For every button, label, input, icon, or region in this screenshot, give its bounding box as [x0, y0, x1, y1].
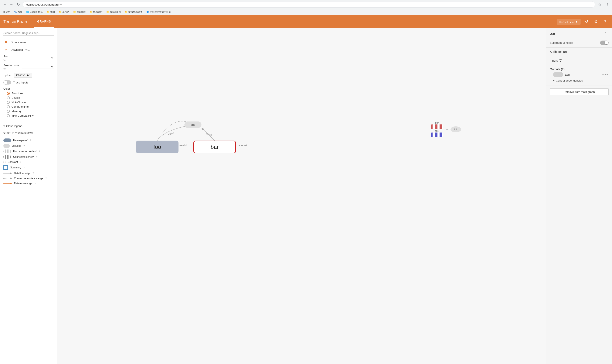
inputs-title[interactable]: Inputs (0) [550, 59, 609, 62]
xla-radio[interactable] [7, 101, 10, 104]
color-xla-option[interactable]: XLA Cluster [3, 100, 54, 104]
legend-constant: Constant ? [3, 160, 54, 164]
legend-summary: Summary ? [3, 164, 54, 171]
node-foo[interactable]: foo [136, 141, 178, 153]
opnode-help-icon[interactable]: ? [24, 145, 25, 147]
mini-bar-node[interactable]: bar foo [431, 121, 443, 137]
color-memory-option[interactable]: Memory [3, 109, 54, 113]
help-icon[interactable]: ? [602, 18, 609, 25]
graph-area[interactable]: scalar series add foo [57, 28, 546, 364]
outputs-title[interactable]: Outputs (2) [550, 67, 609, 71]
session-select[interactable] [22, 65, 54, 69]
node-bar[interactable]: bar [193, 141, 236, 153]
nav-buttons: ← → ↻ [2, 1, 21, 7]
color-tpu-option[interactable]: TPU Compatibility [3, 113, 54, 118]
control-deps-label: Control dependencies [556, 79, 583, 82]
search-input[interactable] [3, 31, 54, 36]
bookmark-baidu[interactable]: 🐾 百度 [13, 10, 24, 14]
remove-from-main-graph-button[interactable]: Remove from main graph [550, 88, 609, 95]
legend-toggle-label: Close legend. [6, 124, 23, 128]
output-add-row: add scalar [550, 71, 609, 78]
color-structure-option[interactable]: Structure [3, 91, 54, 96]
bookmark-translate[interactable]: 🌐 Google 翻译 [25, 10, 44, 14]
summary-shape [3, 165, 8, 170]
download-png-action[interactable]: Download PNG [0, 46, 57, 53]
address-bar[interactable] [23, 1, 595, 8]
summary-help-icon[interactable]: ? [23, 166, 25, 169]
node-add[interactable]: add [185, 121, 201, 128]
compute-radio[interactable] [7, 105, 10, 108]
unconnected-help-icon[interactable]: ? [39, 150, 40, 153]
choose-file-button[interactable]: Choose File [14, 73, 32, 78]
bookmark-github[interactable]: 📁 github项目 [105, 10, 122, 14]
reference-help-icon[interactable]: ? [34, 182, 36, 185]
color-device-option[interactable]: Device [3, 96, 54, 100]
fit-to-screen-label: Fit to screen [11, 40, 26, 44]
connected-shape [3, 155, 11, 159]
color-compute-option[interactable]: Compute time [3, 104, 54, 109]
header-actions: INACTIVE ▼ ↺ ⚙ ? [557, 18, 609, 25]
refresh-button[interactable]: ↺ [583, 18, 590, 25]
back-button[interactable]: ← [2, 1, 8, 7]
bookmark-sentiment[interactable]: 📁 情感分析 [88, 10, 104, 14]
output-add-ellipse [553, 72, 563, 77]
bookmark-html[interactable]: 📁 html教程 [72, 10, 87, 14]
attributes-section: Attributes (0) [546, 48, 612, 56]
reference-shape [3, 182, 12, 185]
forward-button[interactable]: → [9, 1, 14, 7]
memory-radio[interactable] [7, 110, 10, 113]
bookmark-button[interactable]: ☆ [597, 1, 603, 7]
menu-button[interactable]: ⋮ [604, 1, 610, 7]
xla-label: XLA Cluster [12, 101, 26, 104]
bookmark-weibo[interactable]: 📁 微博情感分类 [123, 10, 144, 14]
tpu-label: TPU Compatibility [12, 114, 34, 117]
panel-close-button[interactable]: ⌃ [603, 31, 609, 37]
bookmark-mine[interactable]: 📁 我的 [45, 10, 56, 14]
node-init-2: init [239, 144, 247, 147]
graph-svg: scalar series [57, 28, 546, 364]
svg-marker-10 [10, 183, 12, 184]
control-help-icon[interactable]: ? [45, 177, 47, 180]
output-add-label: add [565, 73, 570, 76]
settings-icon[interactable]: ⚙ [592, 18, 599, 25]
tab-graphs[interactable]: GRAPHS [34, 15, 54, 28]
init-dots-1 [180, 145, 184, 146]
legend-dataflow: Dataflow edge ? [3, 171, 54, 176]
attributes-title[interactable]: Attributes (0) [550, 50, 609, 53]
mini-bar-rect [431, 124, 443, 129]
reload-button[interactable]: ↻ [15, 1, 21, 7]
toggle-knob-panel [605, 41, 608, 44]
legend-toggle[interactable]: ▾ Close legend. [0, 123, 57, 129]
session-label: Session runs (0) [3, 64, 20, 70]
memory-label: Memory [12, 110, 21, 113]
trace-inputs-row: Trace inputs [0, 79, 57, 86]
control-deps-toggle[interactable]: ▾ Control dependencies [550, 78, 609, 83]
mini-bar-label: bar [435, 121, 439, 124]
connected-help-icon[interactable]: ? [36, 156, 37, 158]
trace-inputs-toggle[interactable] [3, 80, 11, 85]
tpu-radio[interactable] [7, 114, 10, 117]
init-dots-2 [239, 145, 243, 146]
bookmark-apps[interactable]: ⊞ 应用 [2, 10, 12, 14]
bookmark-data[interactable]: 🔷 挖掘数据背后的价值 [145, 10, 172, 14]
run-label: Run (1) [3, 55, 20, 61]
bookmarks-bar: ⊞ 应用 🐾 百度 🌐 Google 翻译 📁 我的 📁 工作站 📁 html教… [0, 9, 612, 15]
svg-marker-6 [10, 172, 12, 174]
run-select[interactable] [22, 56, 54, 60]
bookmark-workspace[interactable]: 📁 工作站 [57, 10, 71, 14]
status-dropdown[interactable]: INACTIVE ▼ [557, 19, 581, 25]
constant-help-icon[interactable]: ? [20, 161, 21, 163]
subgraph-toggle[interactable] [600, 40, 609, 45]
mini-init-node[interactable]: init [451, 126, 461, 132]
search-section [0, 28, 57, 38]
fit-icon [3, 39, 9, 45]
namespace-help-icon[interactable]: ? [30, 139, 31, 142]
fit-to-screen-action[interactable]: Fit to screen [0, 38, 57, 46]
device-radio[interactable] [7, 96, 10, 99]
dataflow-help-icon[interactable]: ? [32, 172, 34, 175]
constant-shape [3, 161, 6, 163]
dataflow-shape [3, 172, 12, 175]
chevron-down-icon-2: ▾ [553, 79, 555, 82]
connected-label: Connected series* [13, 156, 34, 158]
structure-radio[interactable] [7, 92, 10, 95]
